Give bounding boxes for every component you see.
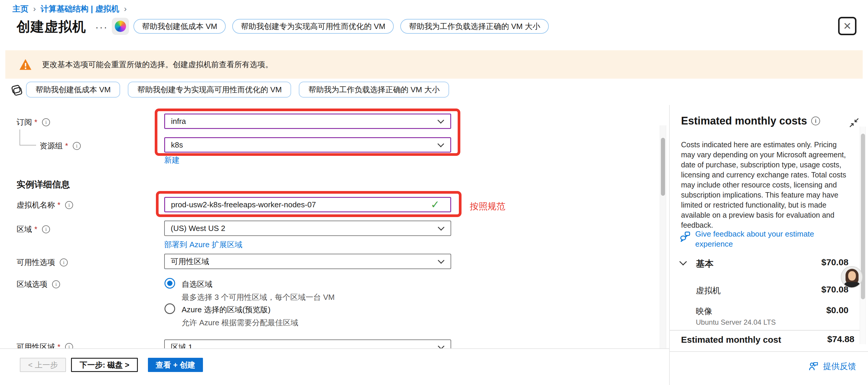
close-button[interactable]: ✕ [838,17,857,35]
cost-panel-title: Estimated monthly costs [681,115,807,127]
copilot-suggestion-low-cost-2[interactable]: 帮助我创建低成本 VM [26,82,120,98]
copilot-suggestion-high-availability-2[interactable]: 帮助我创建专为实现高可用性而优化的 VM [128,82,291,98]
resource-group-label-row: 资源组 * i [40,141,81,151]
region-value: (US) West US 2 [171,224,225,233]
info-icon[interactable]: i [42,225,50,233]
vm-name-input[interactable]: prod-usw2-k8s-freeleaps-worker-nodes-07 … [164,197,451,212]
instance-details-section-title: 实例详细信息 [17,179,70,191]
previous-step-button[interactable]: < 上一步 [20,358,66,372]
panel-scrollbar-track[interactable] [860,127,866,344]
availability-options-label-row: 可用性选项 i [17,257,68,267]
vm-name-label: 虚拟机名称 [17,200,55,210]
cost-panel-divider [669,105,670,385]
resource-group-value: k8s [171,140,183,150]
give-feedback-link[interactable]: 提供反馈 [808,361,856,372]
person-feedback-icon [808,361,819,372]
cost-panel-title-row: Estimated monthly costs i [681,115,820,127]
zone-options-label: 区域选项 [17,279,47,289]
subscription-label: 订阅 [17,117,32,127]
info-icon[interactable]: i [65,201,73,209]
estimate-feedback-link[interactable]: Give feedback about your estimate experi… [695,229,837,249]
create-new-resource-group-link[interactable]: 新建 [164,155,180,165]
cost-item-image-sublabel: Ubuntu Server 24.04 LTS [696,318,776,326]
cost-item-image-label: 映像 [696,306,712,317]
cost-group-value: $70.08 [769,257,848,267]
copilot-icon [115,21,126,32]
next-step-disks-button[interactable]: 下一步: 磁盘 > [71,358,138,372]
more-options-ellipsis[interactable]: ··· [95,21,108,33]
resource-group-dropdown[interactable]: k8s [164,137,451,153]
chevron-down-icon [438,224,445,231]
warning-icon [19,59,32,70]
copilot-suggestion-right-size-2[interactable]: 帮助我为工作负载选择正确的 VM 大小 [299,82,449,98]
chevron-down-icon[interactable] [679,258,687,265]
required-asterisk: * [34,118,37,127]
breadcrumb-separator-icon: › [33,4,36,13]
copilot-suggestion-low-cost[interactable]: 帮助我创建低成本 VM [133,19,226,34]
collapse-icon[interactable] [848,117,860,128]
subscription-dropdown[interactable]: infra [164,114,451,129]
info-icon[interactable]: i [42,118,50,126]
zone-options-label-row: 区域选项 i [17,279,60,289]
panel-footer: 提供反馈 [670,351,868,385]
info-icon[interactable]: i [52,280,60,288]
zone-option-self-select-description: 最多选择 3 个可用性区域，每个区域一台 VM [182,292,335,302]
zone-option-azure-select-label[interactable]: Azure 选择的区域(预览版) [182,304,270,315]
subscription-label-row: 订阅 * i [17,117,50,127]
review-create-button[interactable]: 查看 + 创建 [148,358,203,372]
copilot-suggestion-high-availability[interactable]: 帮助我创建专为实现高可用性而优化的 VM [232,19,394,34]
zone-option-self-select-radio[interactable] [164,278,175,289]
vm-name-value: prod-usw2-k8s-freeleaps-worker-nodes-07 [171,200,316,210]
resource-group-label: 资源组 [40,141,63,151]
cost-item-vm-label: 虚拟机 [696,285,721,296]
valid-check-icon: ✓ [431,198,440,211]
copilot-suggestion-right-size[interactable]: 帮助我为工作负载选择正确的 VM 大小 [400,19,549,34]
info-icon[interactable]: i [811,117,820,125]
close-icon: ✕ [843,21,852,31]
breadcrumb-home[interactable]: 主页 [12,4,28,14]
warning-text: 更改基本选项可能会重置所做的选择。创建虚拟机前查看所有选项。 [42,59,273,70]
avatar-face [848,271,856,281]
give-feedback-label: 提供反馈 [823,361,856,372]
cost-panel-description: Costs indicated here are estimates only.… [681,139,848,230]
region-label: 区域 [17,224,32,234]
zone-option-azure-select-description: 允许 Azure 根据需要分配最佳区域 [182,318,298,328]
breadcrumb-compute-vm[interactable]: 计算基础结构 | 虚拟机 [40,4,119,14]
availability-options-dropdown[interactable]: 可用性区域 [164,254,451,269]
copilot-suggestions-row: 帮助我创建低成本 VM 帮助我创建专为实现高可用性而优化的 VM 帮助我为工作负… [133,19,549,34]
breadcrumb-separator-icon: › [124,4,127,13]
cost-item-vm-value: $70.08 [769,285,848,294]
chevron-down-icon [438,140,444,147]
copilot-suggestions-row-2: 帮助我创建低成本 VM 帮助我创建专为实现高可用性而优化的 VM 帮助我为工作负… [26,82,449,98]
chevron-down-icon [438,117,444,124]
info-icon[interactable]: i [73,142,81,150]
info-icon[interactable]: i [60,258,68,266]
zone-option-azure-select-radio[interactable] [164,303,175,314]
vm-name-annotation: 按照规范 [470,200,505,213]
main-scrollbar-thumb[interactable] [661,138,665,196]
cost-group-label[interactable]: 基本 [696,258,714,270]
deploy-extended-zone-link[interactable]: 部署到 Azure 扩展区域 [164,239,242,250]
required-asterisk: * [34,225,37,234]
warning-banner: 更改基本选项可能会重置所做的选择。创建虚拟机前查看所有选项。 [5,50,863,79]
tree-connector-vertical [20,130,20,145]
subscription-value: infra [171,117,186,126]
cost-panel-rule [670,330,860,330]
copilot-button[interactable] [112,18,129,35]
presenter-avatar [841,266,863,288]
main-scrollbar-track[interactable] [660,125,666,348]
required-asterisk: * [57,200,60,210]
region-dropdown[interactable]: (US) West US 2 [164,221,451,236]
region-label-row: 区域 * i [17,224,50,234]
feedback-bubbles-icon [679,230,691,242]
zone-option-self-select-label[interactable]: 自选区域 [182,279,212,289]
availability-options-value: 可用性区域 [171,256,209,267]
chevron-down-icon [438,257,445,264]
cost-item-image-value: $0.00 [769,305,848,315]
cost-total-value: $74.88 [757,334,855,344]
required-asterisk: * [65,141,68,151]
page-title: 创建虚拟机 [17,18,86,36]
vm-name-label-row: 虚拟机名称 * i [17,200,73,210]
wizard-footer: < 上一步 下一步: 磁盘 > 查看 + 创建 [0,348,669,385]
copilot-outline-icon [10,84,24,97]
